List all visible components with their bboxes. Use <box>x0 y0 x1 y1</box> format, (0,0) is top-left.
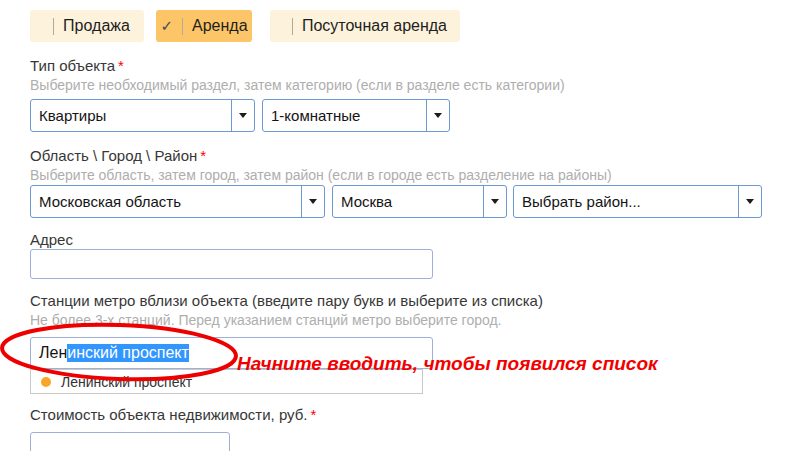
check-icon: ✓ <box>160 17 173 35</box>
object-category-select[interactable]: 1-комнатные <box>262 99 450 132</box>
metro-suggestion-item[interactable]: Ленинский проспект <box>31 370 422 393</box>
district-select[interactable]: Выбрать район... <box>513 185 762 218</box>
tab-sale[interactable]: Продажа <box>30 10 144 42</box>
metro-line-dot-icon <box>41 377 51 387</box>
dropdown-arrow-icon[interactable] <box>301 186 324 217</box>
required-asterisk: * <box>311 406 317 423</box>
listing-form-page: Продажа ✓ Аренда Посуточная аренда Тип о… <box>0 0 788 451</box>
city-select[interactable]: Москва <box>332 185 507 218</box>
object-type-row: Квартиры 1-комнатные <box>30 99 450 132</box>
location-label: Область \ Город \ Район* <box>30 147 206 164</box>
price-label: Стоимость объекта недвижимости, руб.* <box>30 406 316 423</box>
object-type-helper: Выберите необходимый раздел, затем катег… <box>30 77 565 93</box>
dropdown-arrow-icon[interactable] <box>483 186 506 217</box>
dropdown-arrow-icon[interactable] <box>231 100 254 131</box>
required-asterisk: * <box>118 57 124 74</box>
object-type-label: Тип объекта* <box>30 57 124 74</box>
location-row: Московская область Москва Выбрать район.… <box>30 185 762 218</box>
region-select[interactable]: Московская область <box>30 185 325 218</box>
address-label: Адрес <box>30 231 73 248</box>
metro-input-selected-text: инский проспект <box>67 344 189 362</box>
region-value: Московская область <box>31 186 301 217</box>
address-input[interactable] <box>30 249 433 279</box>
district-value: Выбрать район... <box>514 186 738 217</box>
metro-input-typed-text: Лен <box>39 344 67 362</box>
metro-label: Станции метро вблизи объекта (введите па… <box>30 292 543 309</box>
object-category-value: 1-комнатные <box>263 100 426 131</box>
tab-sale-label: Продажа <box>63 17 130 35</box>
metro-helper: Не более 3-х станций. Перед указанием ст… <box>30 312 502 328</box>
required-asterisk: * <box>200 147 206 164</box>
tab-divider <box>182 18 183 35</box>
location-helper: Выберите область, затем город, затем рай… <box>30 167 612 183</box>
tab-divider <box>292 18 293 35</box>
tab-daily-rent[interactable]: Посуточная аренда <box>270 10 460 42</box>
tab-rent[interactable]: ✓ Аренда <box>156 10 252 42</box>
object-section-value: Квартиры <box>31 100 231 131</box>
price-input[interactable] <box>30 432 230 451</box>
tab-divider <box>53 18 54 35</box>
city-value: Москва <box>333 186 483 217</box>
metro-suggestion-dropdown: Ленинский проспект <box>30 369 423 394</box>
tab-daily-rent-label: Посуточная аренда <box>302 17 447 35</box>
object-section-select[interactable]: Квартиры <box>30 99 255 132</box>
dropdown-arrow-icon[interactable] <box>426 100 449 131</box>
metro-suggestion-label: Ленинский проспект <box>61 374 192 390</box>
tab-rent-label: Аренда <box>192 17 248 35</box>
metro-input[interactable]: Ленинский проспект <box>30 337 433 369</box>
dropdown-arrow-icon[interactable] <box>738 186 761 217</box>
deal-type-tabs: Продажа ✓ Аренда Посуточная аренда <box>30 10 460 42</box>
